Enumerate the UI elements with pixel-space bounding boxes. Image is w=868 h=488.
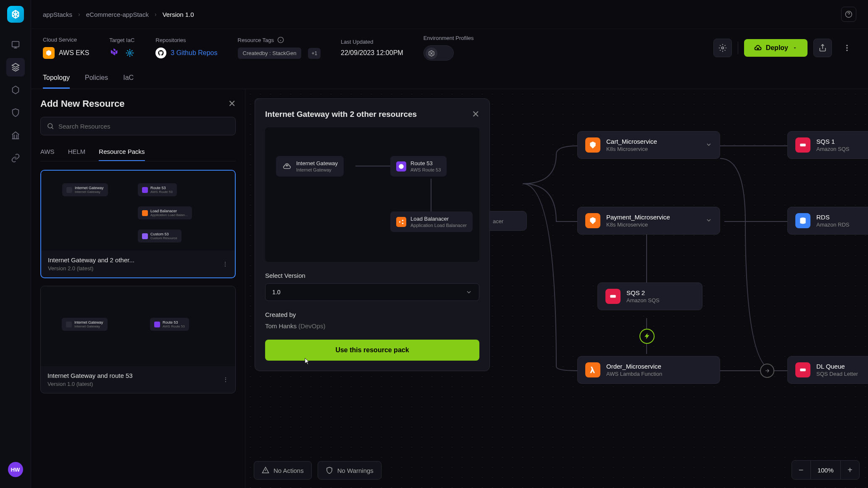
target-iac-label: Target IaC	[109, 37, 135, 43]
app-logo[interactable]	[7, 6, 24, 23]
canvas-node-payment[interactable]: Payment_Microservice K8s Microservice	[577, 207, 720, 235]
trigger-badge	[639, 329, 655, 344]
sqs-icon	[795, 137, 810, 153]
version-dropdown[interactable]: 1.0	[265, 283, 479, 301]
kebab-icon	[843, 44, 851, 52]
pack-version: Version 2.0 (latest)	[48, 265, 134, 272]
updated-label: Last Updated	[341, 39, 403, 45]
nav-hexagon-icon[interactable]	[6, 81, 25, 99]
canvas-node-partial[interactable]: acer	[485, 211, 527, 231]
panel-title: Add New Resource	[40, 98, 125, 109]
pack-name: Internet Gateway and route 53	[47, 372, 133, 379]
breadcrumb: appStacks › eCommerce-appStack › Version…	[31, 0, 868, 29]
repos-label: Repositories	[155, 37, 217, 43]
cloud-service-label: Cloud Service	[43, 37, 89, 43]
created-by-name: Tom Hanks	[265, 322, 297, 330]
subtab-resource-packs[interactable]: Resource Packs	[99, 143, 145, 161]
canvas-node-dlqueue[interactable]: DL Queue SQS Dead Letter	[787, 356, 868, 384]
svg-rect-9	[610, 295, 615, 298]
search-resources-input[interactable]	[40, 117, 236, 135]
chevron-right-icon: ›	[78, 11, 80, 18]
elb-icon	[396, 217, 406, 227]
chevron-down-icon[interactable]	[705, 141, 712, 149]
chevron-right-icon: ›	[155, 11, 157, 18]
pack-menu-button[interactable]: ⋮	[222, 261, 228, 267]
zoom-in-button[interactable]: +	[841, 461, 859, 479]
actions-chip[interactable]: No Actions	[254, 461, 312, 480]
canvas-node-order[interactable]: Order_Microservice AWS Lambda Function	[577, 356, 720, 384]
more-button[interactable]	[838, 39, 856, 57]
nav-screen-icon[interactable]	[6, 35, 25, 54]
chevron-down-icon[interactable]	[705, 217, 712, 225]
canvas-node-sqs2[interactable]: SQS 2 Amazon SQS	[597, 282, 702, 310]
resource-pack-card[interactable]: Internet GatewayInternet Gateway Route 5…	[40, 170, 236, 278]
svg-rect-0	[12, 42, 19, 47]
aws-eks-icon	[43, 47, 55, 59]
svg-point-15	[402, 219, 404, 221]
tab-policies[interactable]: Policies	[85, 68, 108, 89]
kubernetes-icon	[585, 213, 600, 228]
canvas-node-cart[interactable]: Cart_Microservice K8s Microservice	[577, 131, 720, 159]
search-icon	[47, 122, 54, 130]
pack-version: Version 1.0 (latest)	[47, 381, 133, 387]
crumb-stack[interactable]: eCommerce-appStack	[86, 11, 149, 18]
help-button[interactable]	[841, 7, 856, 22]
svg-point-13	[399, 164, 404, 169]
cloud-service-value: AWS EKS	[59, 49, 89, 57]
nav-shield-icon[interactable]	[6, 103, 25, 122]
chevron-down-icon	[466, 289, 472, 295]
popup-title: Internet Gateway with 2 other resources	[265, 110, 417, 119]
helm-icon	[124, 47, 135, 58]
popup-close-button[interactable]: ✕	[472, 109, 479, 120]
tab-topology[interactable]: Topology	[43, 68, 70, 89]
nav-link-icon[interactable]	[6, 149, 25, 167]
terraform-icon	[109, 47, 120, 58]
env-profiles-toggle[interactable]	[423, 45, 454, 61]
export-button[interactable]	[813, 39, 832, 57]
svg-point-4	[721, 47, 723, 49]
svg-rect-12	[800, 369, 805, 372]
svg-point-5	[846, 45, 847, 46]
cloud-upload-icon	[282, 161, 292, 171]
canvas-node-sqs1[interactable]: SQS 1 Amazon SQS	[787, 131, 868, 159]
use-resource-pack-button[interactable]: Use this resource pack	[265, 340, 479, 361]
zoom-out-button[interactable]: −	[792, 461, 810, 479]
svg-point-16	[402, 222, 404, 224]
share-icon	[818, 44, 827, 52]
resource-tag-chip[interactable]: Createdby : StackGen	[238, 47, 302, 59]
settings-button[interactable]	[713, 39, 732, 57]
created-by-label: Created by	[265, 311, 479, 318]
info-icon	[277, 37, 284, 43]
route-badge	[760, 364, 774, 378]
route53-icon	[396, 161, 406, 171]
svg-point-6	[846, 47, 847, 48]
rds-icon	[795, 213, 810, 228]
nav-layers-icon[interactable]	[6, 58, 25, 76]
shield-icon	[326, 467, 333, 474]
caret-down-icon	[792, 45, 797, 50]
nav-bank-icon[interactable]	[6, 126, 25, 145]
created-by-role: (DevOps)	[298, 322, 325, 330]
sqs-icon	[795, 362, 810, 377]
resource-pack-popup: Internet Gateway with 2 other resources …	[255, 98, 490, 371]
user-avatar[interactable]: HW	[8, 462, 23, 477]
warnings-chip[interactable]: No Warnings	[318, 461, 381, 480]
tag-overflow-chip[interactable]: +1	[308, 48, 321, 59]
resource-pack-card[interactable]: Internet GatewayInternet Gateway Route 5…	[40, 286, 236, 393]
panel-close-button[interactable]: ✕	[228, 98, 236, 109]
env-label: Environment Profiles	[423, 35, 474, 41]
select-version-label: Select Version	[265, 272, 479, 279]
tab-iac[interactable]: IaC	[123, 68, 134, 89]
svg-point-2	[129, 52, 132, 54]
sqs-icon	[605, 289, 621, 304]
subtab-aws[interactable]: AWS	[40, 143, 55, 161]
cloud-upload-icon	[754, 44, 762, 52]
svg-point-8	[48, 124, 53, 128]
pack-menu-button[interactable]: ⋮	[223, 376, 229, 383]
crumb-appstacks[interactable]: appStacks	[43, 11, 72, 18]
deploy-button[interactable]: Deploy	[744, 39, 808, 57]
canvas-node-rds[interactable]: RDS Amazon RDS	[787, 207, 868, 235]
kubernetes-icon	[585, 137, 600, 153]
repos-link[interactable]: 3 Github Repos	[171, 49, 217, 57]
subtab-helm[interactable]: HELM	[68, 143, 86, 161]
